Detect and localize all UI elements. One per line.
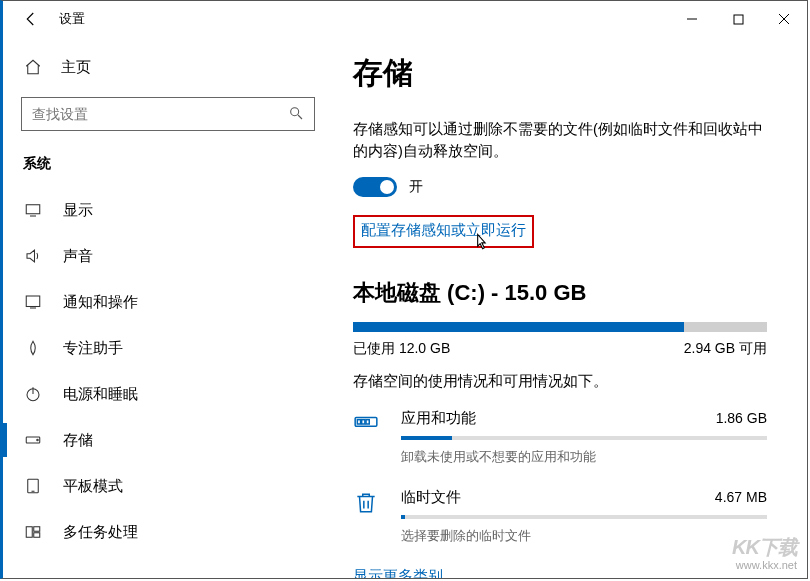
window-controls: [669, 3, 807, 35]
focus-icon: [23, 338, 43, 358]
category-bar: [401, 515, 767, 519]
show-more-link[interactable]: 显示更多类别: [353, 567, 767, 578]
sidebar-item-label: 电源和睡眠: [63, 385, 138, 404]
category-size: 1.86 GB: [716, 410, 767, 426]
app-title: 设置: [59, 10, 85, 28]
sidebar-item-focus[interactable]: 专注助手: [3, 325, 333, 371]
category-name: 临时文件: [401, 488, 461, 507]
sidebar: 主页 系统 显示 声音 通知和操作: [3, 37, 333, 578]
sound-icon: [23, 246, 43, 266]
multitask-icon: [23, 522, 43, 542]
back-button[interactable]: [11, 1, 51, 37]
drive-title: 本地磁盘 (C:) - 15.0 GB: [353, 278, 767, 308]
svg-point-4: [291, 107, 299, 115]
sidebar-item-sound[interactable]: 声音: [3, 233, 333, 279]
storage-icon: [23, 430, 43, 450]
page-title: 存储: [353, 53, 767, 94]
search-icon: [288, 105, 304, 124]
category-sub: 选择要删除的临时文件: [401, 527, 767, 545]
sidebar-item-display[interactable]: 显示: [3, 187, 333, 233]
sidebar-item-notifications[interactable]: 通知和操作: [3, 279, 333, 325]
category-apps[interactable]: 应用和功能 1.86 GB 卸载未使用或不想要的应用和功能: [353, 409, 767, 466]
category-temp[interactable]: 临时文件 4.67 MB 选择要删除的临时文件: [353, 488, 767, 545]
category-sub: 卸载未使用或不想要的应用和功能: [401, 448, 767, 466]
sidebar-home-label: 主页: [61, 58, 91, 77]
watermark: KK下载 www.kkx.net: [732, 535, 797, 572]
toggle-label: 开: [409, 178, 423, 196]
sidebar-item-label: 专注助手: [63, 339, 123, 358]
svg-rect-19: [357, 420, 360, 424]
drive-used-label: 已使用 12.0 GB: [353, 340, 450, 358]
content-pane: 存储 存储感知可以通过删除不需要的文件(例如临时文件和回收站中的内容)自动释放空…: [333, 37, 807, 578]
trash-icon: [353, 490, 379, 516]
category-size: 4.67 MB: [715, 489, 767, 505]
sidebar-item-label: 显示: [63, 201, 93, 220]
sidebar-item-label: 声音: [63, 247, 93, 266]
cursor-icon: [471, 231, 489, 253]
configure-storage-sense-link[interactable]: 配置存储感知或立即运行: [361, 222, 526, 238]
sidebar-section-title: 系统: [3, 149, 333, 187]
sidebar-home[interactable]: 主页: [3, 47, 333, 87]
notifications-icon: [23, 292, 43, 312]
svg-rect-8: [26, 296, 40, 307]
power-icon: [23, 384, 43, 404]
svg-line-5: [298, 115, 302, 119]
annotation-highlight: 配置存储感知或立即运行: [353, 215, 534, 248]
svg-rect-21: [366, 420, 369, 424]
sidebar-item-power[interactable]: 电源和睡眠: [3, 371, 333, 417]
category-bar: [401, 436, 767, 440]
sidebar-item-label: 平板模式: [63, 477, 123, 496]
drive-free-label: 2.94 GB 可用: [684, 340, 767, 358]
sidebar-item-multitask[interactable]: 多任务处理: [3, 509, 333, 555]
sidebar-item-label: 通知和操作: [63, 293, 138, 312]
search-input[interactable]: [32, 106, 288, 122]
storage-sense-desc: 存储感知可以通过删除不需要的文件(例如临时文件和回收站中的内容)自动释放空间。: [353, 118, 767, 163]
sidebar-item-tablet[interactable]: 平板模式: [3, 463, 333, 509]
svg-rect-6: [26, 205, 40, 214]
svg-rect-16: [34, 527, 40, 532]
category-name: 应用和功能: [401, 409, 476, 428]
apps-icon: [353, 411, 379, 437]
usage-desc: 存储空间的使用情况和可用情况如下。: [353, 372, 767, 391]
close-button[interactable]: [761, 3, 807, 35]
svg-point-12: [37, 439, 39, 441]
svg-rect-17: [34, 533, 40, 538]
search-box[interactable]: [21, 97, 315, 131]
sidebar-item-label: 存储: [63, 431, 93, 450]
titlebar: 设置: [3, 1, 807, 37]
svg-rect-11: [26, 437, 40, 443]
maximize-button[interactable]: [715, 3, 761, 35]
sidebar-item-label: 多任务处理: [63, 523, 138, 542]
svg-rect-15: [26, 527, 32, 538]
display-icon: [23, 200, 43, 220]
sidebar-item-storage[interactable]: 存储: [3, 417, 333, 463]
minimize-button[interactable]: [669, 3, 715, 35]
drive-usage-bar: [353, 322, 767, 332]
storage-sense-toggle[interactable]: [353, 177, 397, 197]
tablet-icon: [23, 476, 43, 496]
home-icon: [23, 57, 43, 77]
svg-rect-1: [734, 15, 743, 24]
svg-rect-20: [362, 420, 365, 424]
